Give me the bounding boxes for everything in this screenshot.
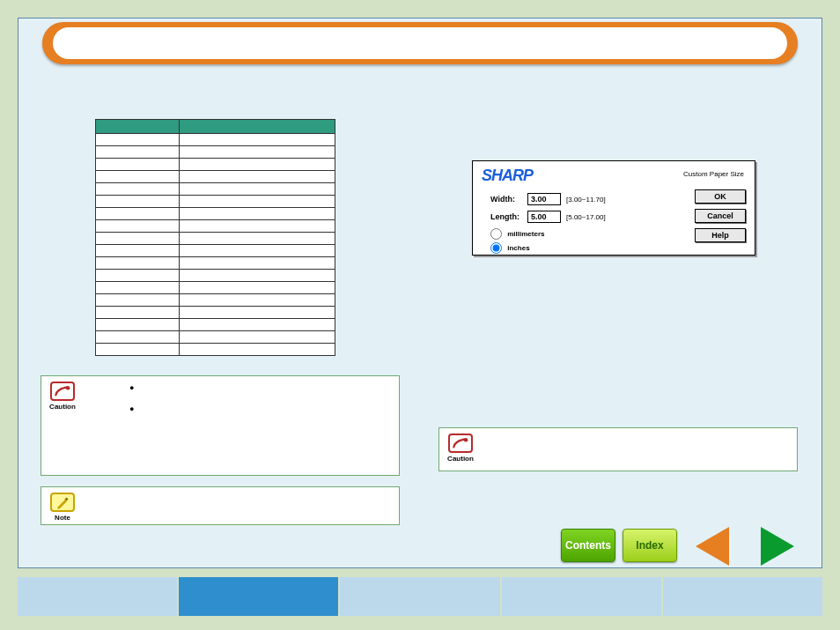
table-cell [180, 171, 335, 183]
table-row [96, 344, 335, 356]
tab-0[interactable] [18, 577, 179, 616]
tab-1[interactable] [179, 577, 340, 616]
table-row [96, 319, 335, 331]
width-label: Width: [490, 195, 527, 204]
caution-callout-right: Caution [438, 427, 798, 471]
table-cell [180, 220, 335, 233]
table-cell [96, 196, 180, 208]
table-cell [180, 331, 335, 344]
width-input[interactable]: 3.00 [527, 193, 561, 205]
caution-icon [448, 434, 473, 453]
tab-3[interactable] [502, 577, 663, 616]
caution-badge-right: Caution [445, 434, 476, 463]
bottom-tabs [18, 577, 822, 616]
table-cell [180, 294, 335, 307]
title-bar [42, 22, 798, 64]
dialog-title: Custom Paper Size [683, 170, 744, 178]
table-cell [96, 159, 180, 171]
table-cell [96, 183, 180, 196]
table-cell [96, 245, 180, 257]
contents-button[interactable]: Contents [561, 529, 615, 562]
length-row: Length: 5.00 [5.00~17.00] [490, 211, 606, 223]
table-cell [96, 233, 180, 245]
radio-mm-label: millimeters [507, 230, 544, 238]
prev-arrow-icon[interactable] [696, 527, 729, 566]
length-input[interactable]: 5.00 [527, 211, 561, 223]
table-cell [96, 270, 180, 282]
caution-label: Caution [445, 455, 476, 463]
width-range: [3.00~11.70] [566, 196, 606, 204]
table-header-0 [96, 120, 180, 134]
table-cell [180, 270, 335, 282]
table-cell [96, 134, 180, 146]
table-cell [96, 257, 180, 270]
note-label: Note [47, 514, 78, 522]
table-row [96, 294, 335, 307]
length-label: Length: [490, 212, 527, 221]
svg-point-0 [66, 386, 70, 390]
table-header-1 [180, 120, 335, 134]
length-range: [5.00~17.00] [566, 213, 606, 221]
note-icon [50, 493, 75, 512]
width-row: Width: 3.00 [3.00~11.70] [490, 193, 606, 205]
table-cell [96, 282, 180, 294]
table-cell [180, 183, 335, 196]
caution-icon [50, 382, 75, 401]
table-row [96, 282, 335, 294]
table-row [96, 270, 335, 282]
table-cell [96, 307, 180, 319]
table-cell [180, 257, 335, 270]
table-cell [96, 171, 180, 183]
cancel-button[interactable]: Cancel [695, 209, 746, 223]
table-row [96, 196, 335, 208]
tab-4[interactable] [663, 577, 822, 616]
next-arrow-icon[interactable] [761, 527, 794, 566]
dialog-buttons: OK Cancel Help [695, 189, 746, 248]
table-cell [180, 134, 335, 146]
table-cell [180, 282, 335, 294]
caution-badge: Caution [47, 382, 78, 411]
radio-inches[interactable]: inches [490, 242, 544, 254]
table-row [96, 233, 335, 245]
table-row [96, 146, 335, 159]
paper-size-table [95, 119, 335, 356]
caution-label: Caution [47, 403, 78, 411]
table-cell [180, 344, 335, 356]
table-row [96, 307, 335, 319]
table-row [96, 245, 335, 257]
table-cell [180, 146, 335, 159]
radio-in-label: inches [507, 244, 529, 252]
contents-label: Contents [565, 539, 611, 552]
table-row [96, 134, 335, 146]
svg-point-2 [464, 438, 468, 442]
help-button[interactable]: Help [695, 228, 746, 242]
table-cell [180, 208, 335, 220]
table-row [96, 257, 335, 270]
table-cell [96, 331, 180, 344]
table-cell [180, 307, 335, 319]
table-cell [180, 233, 335, 245]
table-cell [96, 294, 180, 307]
table-row [96, 220, 335, 233]
unit-radios: millimeters inches [490, 228, 544, 256]
table-cell [180, 245, 335, 257]
title-bar-inner [53, 27, 787, 59]
tab-2[interactable] [340, 577, 501, 616]
table-cell [180, 196, 335, 208]
table-row [96, 183, 335, 196]
table-cell [96, 220, 180, 233]
index-button[interactable]: Index [623, 529, 677, 562]
table-row [96, 171, 335, 183]
table-cell [96, 319, 180, 331]
brand-logo: SHARP [482, 167, 533, 185]
ok-button[interactable]: OK [695, 189, 746, 204]
note-badge: Note [47, 493, 78, 522]
table-cell [96, 146, 180, 159]
table-row [96, 159, 335, 171]
table-cell [180, 319, 335, 331]
radio-millimeters[interactable]: millimeters [490, 228, 544, 240]
index-label: Index [636, 539, 663, 552]
table-cell [96, 344, 180, 356]
table-cell [96, 208, 180, 220]
custom-paper-size-dialog: SHARP Custom Paper Size Width: 3.00 [3.0… [472, 160, 755, 256]
